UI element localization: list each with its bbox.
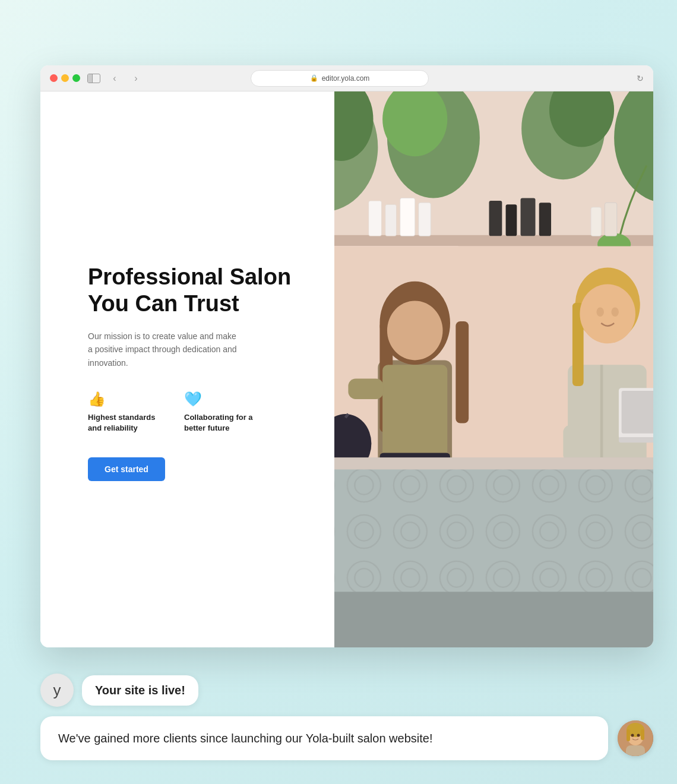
back-button[interactable]: ‹ [107,71,122,86]
close-button[interactable] [50,74,58,82]
lock-icon: 🔒 [310,74,318,82]
feature-item-1: 👍 Highest standards and reliability [88,391,165,434]
svg-point-67 [637,734,640,737]
browser-chrome: ‹ › 🔒 editor.yola.com ↻ [40,65,653,91]
browser-window: ‹ › 🔒 editor.yola.com ↻ Professional Sal… [40,65,653,647]
salon-illustration: beauty [334,91,653,647]
url-text: editor.yola.com [322,74,370,83]
sidebar-toggle-icon[interactable] [87,74,100,83]
user-avatar [618,720,653,756]
traffic-lights [50,74,80,82]
heart-icon: 🩵 [184,391,261,407]
minimize-button[interactable] [61,74,69,82]
feature-label-2: Collaborating for a better future [184,412,261,434]
hero-subtitle: Our mission is to create value and make … [88,330,242,369]
svg-rect-64 [641,729,644,740]
maximize-button[interactable] [72,74,80,82]
thumbs-up-icon: 👍 [88,391,165,407]
yola-avatar: y [40,674,74,707]
testimonial-row: We've gained more clients since launchin… [40,716,653,760]
address-bar[interactable]: 🔒 editor.yola.com [251,70,429,87]
hero-title: Professional Salon You Can Trust [88,264,305,318]
feature-label-1: Highest standards and reliability [88,412,165,434]
feature-item-2: 🩵 Collaborating for a better future [184,391,261,434]
reload-button[interactable]: ↻ [637,74,644,83]
features-row: 👍 Highest standards and reliability 🩵 Co… [88,391,305,434]
browser-content: Professional Salon You Can Trust Our mis… [40,91,653,647]
chat-notification: y Your site is live! [40,674,653,707]
svg-point-66 [631,734,634,737]
salon-image-panel: beauty [334,91,653,647]
left-panel: Professional Salon You Can Trust Our mis… [40,91,334,647]
get-started-button[interactable]: Get started [88,457,165,481]
notification-bubble: Your site is live! [82,675,198,706]
svg-rect-59 [334,91,653,647]
svg-rect-63 [627,729,630,741]
svg-rect-65 [626,745,645,756]
testimonial-bubble: We've gained more clients since launchin… [40,716,608,760]
forward-button[interactable]: › [129,71,143,86]
chat-area: y Your site is live! We've gained more c… [40,674,653,760]
